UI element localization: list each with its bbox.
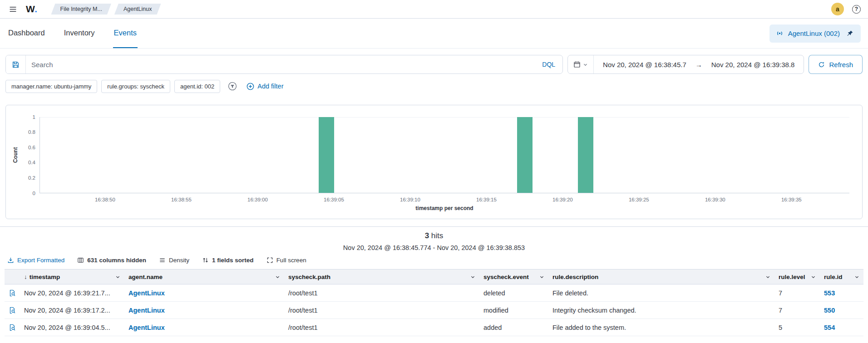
chevron-down-icon[interactable] bbox=[115, 274, 120, 279]
inspect-document-button[interactable] bbox=[8, 289, 17, 298]
breadcrumb-file-integrity[interactable]: File Integrity M... bbox=[51, 4, 111, 15]
chevron-down-icon[interactable] bbox=[539, 274, 544, 279]
density-button[interactable]: Density bbox=[159, 257, 189, 264]
filter-pill-agent-id[interactable]: agent.id: 002 bbox=[174, 80, 220, 93]
cell-timestamp: Nov 20, 2024 @ 16:39:21.7... bbox=[20, 289, 124, 297]
y-axis-label: Count bbox=[10, 117, 20, 193]
cell-rule-description: Integrity checksum changed. bbox=[548, 307, 774, 314]
x-tick-label: 16:39:05 bbox=[324, 197, 344, 202]
chevron-down-icon[interactable] bbox=[275, 274, 280, 279]
search-input[interactable] bbox=[26, 55, 535, 74]
column-header-rule-id[interactable]: rule.id bbox=[820, 270, 863, 284]
avatar[interactable]: a bbox=[831, 3, 844, 15]
full-screen-label: Full screen bbox=[276, 257, 306, 264]
events-histogram-panel: Count 00.20.40.60.81 16:38:5016:38:5516:… bbox=[5, 105, 863, 219]
column-header-rule-description[interactable]: rule.description bbox=[548, 270, 774, 284]
column-label: agent.name bbox=[128, 274, 163, 280]
export-formatted-button[interactable]: Export Formatted bbox=[7, 257, 64, 264]
calendar-icon bbox=[573, 61, 581, 68]
add-filter-button[interactable]: Add filter bbox=[244, 82, 286, 91]
logo-letter: W bbox=[26, 4, 35, 14]
query-language-button[interactable]: DQL bbox=[535, 55, 562, 74]
tab-events[interactable]: Events bbox=[113, 19, 138, 48]
histogram-bar[interactable] bbox=[578, 117, 593, 193]
refresh-icon bbox=[818, 61, 825, 68]
histogram-bar[interactable] bbox=[319, 117, 334, 193]
saved-query-button[interactable] bbox=[6, 55, 26, 74]
column-header-rule-level[interactable]: rule.level bbox=[774, 270, 820, 284]
inspect-document-button[interactable] bbox=[8, 306, 17, 315]
column-header-expand bbox=[5, 270, 20, 284]
chevron-down-icon[interactable] bbox=[854, 274, 859, 279]
cell-rule-id[interactable]: 554 bbox=[820, 324, 863, 331]
y-tick-label: 0.4 bbox=[28, 160, 35, 166]
filter-options-button[interactable] bbox=[228, 82, 237, 91]
x-tick-label: 16:39:20 bbox=[552, 197, 573, 202]
inspect-document-button[interactable] bbox=[8, 323, 17, 332]
calendar-button[interactable] bbox=[568, 55, 594, 74]
column-header-timestamp[interactable]: ↓ timestamp bbox=[20, 270, 124, 284]
sort-desc-icon: ↓ bbox=[24, 274, 27, 280]
events-table: ↓ timestamp agent.name syscheck.path sys… bbox=[5, 269, 863, 336]
refresh-button[interactable]: Refresh bbox=[809, 55, 863, 74]
cell-rule-id[interactable]: 550 bbox=[820, 307, 863, 314]
header-left: W. File Integrity M... AgentLinux bbox=[7, 4, 161, 15]
x-tick-label: 16:38:55 bbox=[171, 197, 192, 202]
breadcrumb-agent[interactable]: AgentLinux bbox=[114, 4, 161, 15]
fields-sorted-button[interactable]: 1 fields sorted bbox=[202, 257, 254, 264]
column-label: rule.id bbox=[824, 274, 843, 280]
cell-agent-name[interactable]: AgentLinux bbox=[124, 307, 284, 314]
x-axis-label: timestamp per second bbox=[39, 205, 849, 215]
fullscreen-icon bbox=[266, 257, 273, 264]
filter-pill-rule-groups[interactable]: rule.groups: syscheck bbox=[101, 80, 170, 93]
y-tick-label: 1 bbox=[33, 114, 35, 120]
x-tick-label: 16:38:50 bbox=[95, 197, 115, 202]
table-toolbar: Export Formatted 631 columns hidden Dens… bbox=[0, 251, 868, 267]
table-header-row: ↓ timestamp agent.name syscheck.path sys… bbox=[5, 269, 863, 284]
density-label: Density bbox=[169, 257, 189, 264]
download-icon bbox=[7, 257, 14, 264]
search-bar: DQL bbox=[5, 55, 563, 74]
column-label: timestamp bbox=[30, 274, 60, 280]
chevron-down-icon[interactable] bbox=[765, 274, 770, 279]
tab-dashboard[interactable]: Dashboard bbox=[7, 19, 46, 48]
hits-line: 3 hits bbox=[0, 231, 868, 240]
full-screen-button[interactable]: Full screen bbox=[266, 257, 306, 264]
refresh-label: Refresh bbox=[829, 61, 853, 69]
hits-count: 3 bbox=[425, 231, 429, 240]
cell-rule-level: 5 bbox=[774, 324, 820, 331]
cell-agent-name[interactable]: AgentLinux bbox=[124, 324, 284, 331]
top-header: W. File Integrity M... AgentLinux a ? bbox=[0, 0, 868, 19]
column-header-syscheck-path[interactable]: syscheck.path bbox=[284, 270, 479, 284]
y-tick-label: 0.2 bbox=[28, 176, 35, 181]
cell-rule-id[interactable]: 553 bbox=[820, 289, 863, 297]
x-tick-label: 16:39:35 bbox=[781, 197, 802, 202]
date-from[interactable]: Nov 20, 2024 @ 16:38:45.7 bbox=[594, 61, 695, 69]
pin-button[interactable] bbox=[845, 29, 854, 38]
chart-plot[interactable] bbox=[39, 117, 849, 193]
date-to[interactable]: Nov 20, 2024 @ 16:39:38.8 bbox=[702, 61, 804, 69]
table-row: Nov 20, 2024 @ 16:39:21.7... AgentLinux … bbox=[5, 284, 863, 302]
x-tick-label: 16:39:00 bbox=[247, 197, 268, 202]
chevron-down-icon[interactable] bbox=[811, 274, 816, 279]
x-tick-label: 16:39:10 bbox=[400, 197, 420, 202]
cell-agent-name[interactable]: AgentLinux bbox=[124, 289, 284, 297]
hamburger-icon bbox=[9, 5, 17, 13]
filter-options-icon bbox=[228, 82, 237, 91]
filter-pill-manager-name[interactable]: manager.name: ubuntu-jammy bbox=[5, 80, 97, 93]
columns-hidden-button[interactable]: 631 columns hidden bbox=[77, 257, 146, 264]
date-picker: Nov 20, 2024 @ 16:38:45.7 → Nov 20, 2024… bbox=[567, 55, 804, 74]
wazuh-logo[interactable]: W. bbox=[26, 4, 38, 15]
cell-rule-description: File added to the system. bbox=[548, 324, 774, 331]
x-axis-ticks: 16:38:5016:38:5516:39:0016:39:0516:39:10… bbox=[39, 193, 849, 205]
chevron-down-icon[interactable] bbox=[470, 274, 475, 279]
histogram-bar[interactable] bbox=[517, 117, 533, 193]
help-icon[interactable]: ? bbox=[852, 5, 861, 14]
results-section: 3 hits Nov 20, 2024 @ 16:38:45.774 - Nov… bbox=[0, 226, 868, 336]
column-header-syscheck-event[interactable]: syscheck.event bbox=[479, 270, 548, 284]
agent-selector-button[interactable]: AgentLinux (002) bbox=[769, 24, 861, 43]
column-header-agent-name[interactable]: agent.name bbox=[124, 270, 284, 284]
tab-inventory[interactable]: Inventory bbox=[63, 19, 96, 48]
menu-button[interactable] bbox=[7, 4, 19, 15]
agent-selector-label: AgentLinux (002) bbox=[788, 29, 840, 37]
